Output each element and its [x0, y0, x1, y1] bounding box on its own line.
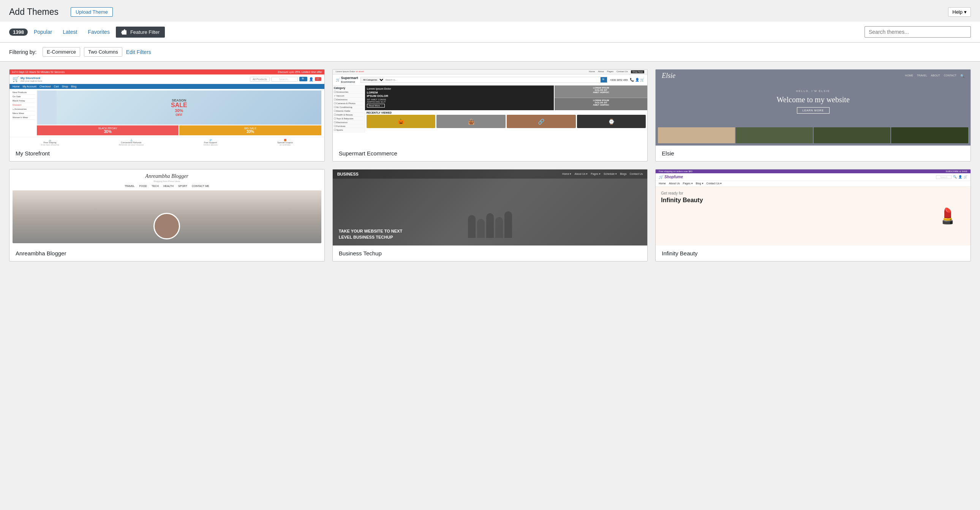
theme-name-anreambha: Anreambha Blogger [10, 245, 325, 261]
search-input[interactable] [864, 26, 971, 38]
toolbar-left: 1398 Popular Latest Favorites Feature Fi… [9, 27, 165, 38]
upload-theme-button[interactable]: Upload Theme [71, 7, 113, 17]
theme-preview-anreambha: Anreambha Blogger Blogging from Press Id… [10, 169, 325, 245]
theme-name-beauty: Infinity Beauty [655, 245, 970, 261]
theme-name-supermart: Supermart Ecommerce [333, 145, 648, 161]
theme-card-business[interactable]: BUSINESS Home ▾ About Us ▾ Pages ▾ Sched… [332, 169, 648, 261]
business-headline: TAKE YOUR WEBSITE TO NEXT LEVEL BUSINESS… [339, 228, 415, 240]
help-button[interactable]: Help ▾ [948, 7, 971, 17]
filter-tag-ecommerce: E-Commerce [43, 47, 80, 57]
theme-name-elsie: Elsie [655, 145, 970, 161]
theme-preview-supermart: Lorem Ipsum Dolor sit amet HomeAboutPage… [333, 70, 648, 145]
page-title: Add Themes [9, 7, 59, 17]
edit-filters-link[interactable]: Edit Filters [126, 49, 151, 55]
theme-preview-beauty: Free shipping on orders over $80 SUBSCRI… [655, 169, 970, 245]
theme-card-my-storefront[interactable]: 1474 Days 13 Hours 58 Minutes 50 Seconds… [9, 69, 325, 161]
sf-logo: My Storefront [21, 76, 42, 80]
filter-bar: Filtering by: E-Commerce Two Columns Edi… [0, 43, 980, 62]
themes-grid: 1474 Days 13 Hours 58 Minutes 50 Seconds… [0, 62, 980, 269]
sf-tagline: Add your tagline here [21, 80, 42, 82]
page-header: Add Themes Upload Theme Help ▾ [0, 0, 980, 22]
gear-icon [121, 29, 126, 35]
sf-topbar-left: 1474 Days 13 Hours 58 Minutes 50 Seconds [12, 71, 65, 73]
theme-card-elsie[interactable]: Elsie HOME TRAVEL ABOUT CONTACT 🔍 HELLO,… [655, 69, 971, 161]
theme-card-anreambha[interactable]: Anreambha Blogger Blogging from Press Id… [9, 169, 325, 261]
theme-name-business: Business Techup [333, 245, 648, 261]
theme-card-supermart[interactable]: Lorem Ipsum Dolor sit amet HomeAboutPage… [332, 69, 648, 161]
theme-count-badge: 1398 [9, 29, 28, 36]
theme-name-my-storefront: My Storefront [10, 145, 325, 161]
theme-preview-business: BUSINESS Home ▾ About Us ▾ Pages ▾ Sched… [333, 169, 648, 245]
help-label: Help [952, 9, 963, 15]
theme-preview-elsie: Elsie HOME TRAVEL ABOUT CONTACT 🔍 HELLO,… [655, 70, 970, 145]
tab-popular[interactable]: Popular [29, 27, 57, 37]
feature-filter-button[interactable]: Feature Filter [116, 27, 165, 38]
sf-topbar-right: Discount upto 25%, Limited time offer [278, 71, 322, 73]
elsie-learn-more-btn[interactable]: LEARN MORE [797, 107, 830, 114]
feature-filter-label: Feature Filter [130, 29, 159, 35]
toolbar: 1398 Popular Latest Favorites Feature Fi… [0, 22, 980, 43]
tab-favorites[interactable]: Favorites [83, 27, 115, 37]
chevron-down-icon: ▾ [964, 9, 967, 15]
theme-card-beauty[interactable]: Free shipping on orders over $80 SUBSCRI… [655, 169, 971, 261]
filter-by-label: Filtering by: [9, 49, 37, 55]
theme-preview-my-storefront: 1474 Days 13 Hours 58 Minutes 50 Seconds… [10, 70, 325, 145]
filter-tag-two-columns: Two Columns [84, 47, 123, 57]
tab-latest[interactable]: Latest [58, 27, 82, 37]
